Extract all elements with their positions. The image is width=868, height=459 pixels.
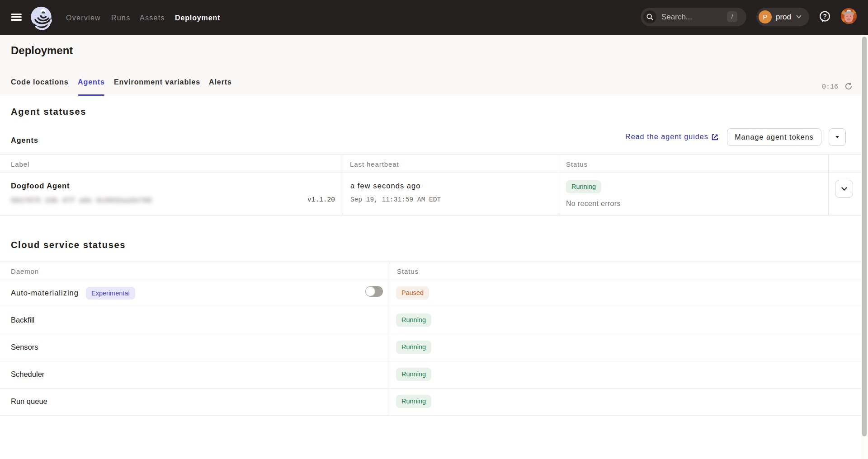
- svg-text:?: ?: [823, 13, 827, 20]
